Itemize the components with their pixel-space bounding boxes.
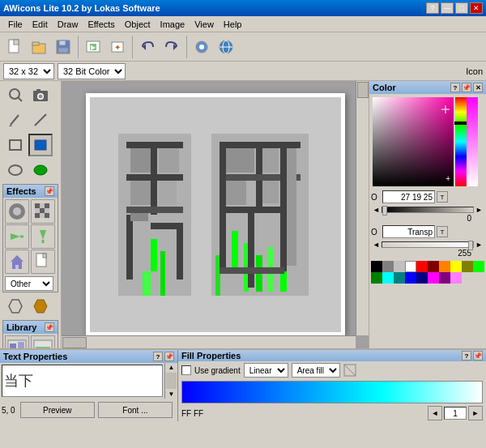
slider-arrow-left[interactable]: ◄	[373, 206, 380, 214]
fill-gradient-preview[interactable]	[181, 381, 483, 403]
transp-name-input[interactable]	[382, 225, 435, 238]
nav-input[interactable]	[444, 407, 467, 420]
other-select[interactable]: Other	[5, 276, 53, 291]
swatch-blue[interactable]	[405, 272, 416, 284]
close-button[interactable]: ✕	[470, 2, 483, 14]
text-props-pin[interactable]: 📌	[164, 352, 174, 361]
fill-tool[interactable]	[3, 295, 28, 318]
swatch-magenta[interactable]	[428, 272, 439, 284]
menu-object[interactable]: Object	[120, 18, 156, 31]
export-button[interactable]: ✦	[106, 36, 129, 58]
color-rgb-input[interactable]	[382, 190, 435, 203]
transp-arrow-right[interactable]: ►	[475, 241, 483, 249]
filled-rect-tool[interactable]	[28, 134, 53, 156]
undo-button[interactable]	[136, 36, 159, 58]
menu-file[interactable]: File	[3, 18, 28, 31]
effect-house[interactable]	[5, 250, 29, 274]
camera-tool[interactable]	[28, 83, 53, 106]
redo-button[interactable]	[160, 36, 183, 58]
color-close-button[interactable]: ✕	[473, 83, 483, 92]
swatch-cyan[interactable]	[382, 272, 394, 284]
import-button[interactable]: ▶	[82, 36, 104, 58]
color-spectrum[interactable]: +	[373, 97, 454, 186]
settings-button[interactable]	[190, 36, 213, 58]
open-button[interactable]	[28, 36, 50, 58]
help-button[interactable]: ?	[426, 2, 439, 14]
maximize-button[interactable]: □	[455, 2, 468, 14]
library-pin-button[interactable]: 📌	[45, 322, 54, 332]
text-props-help[interactable]: ?	[153, 352, 163, 361]
swatch-maroon[interactable]	[428, 261, 439, 272]
nav-next-button[interactable]: ►	[468, 406, 483, 420]
ellipse-tool[interactable]	[3, 159, 28, 181]
new-button[interactable]	[3, 36, 26, 58]
swatch-green[interactable]	[371, 272, 382, 284]
swatch-orange[interactable]	[439, 261, 450, 272]
swatch-lime[interactable]	[473, 261, 484, 272]
swatch-purple[interactable]	[439, 272, 450, 284]
effect-arrow-right[interactable]	[5, 224, 29, 249]
alpha-bar[interactable]	[467, 97, 478, 186]
gradient-type-select[interactable]: Linear Radial	[244, 363, 288, 378]
swatch-pink[interactable]	[450, 272, 462, 284]
bit-depth-select[interactable]: 32 Bit Color 24 Bit Color 8 Bit Color	[58, 63, 126, 79]
menu-draw[interactable]: Draw	[53, 18, 83, 31]
library-title: Library	[6, 322, 36, 332]
svg-rect-6	[58, 48, 68, 53]
color-pin-button[interactable]: 📌	[462, 83, 471, 92]
minimize-button[interactable]: —	[441, 2, 454, 14]
effect-arrow-down[interactable]	[31, 224, 55, 249]
globe-button[interactable]	[215, 36, 237, 58]
slider-arrow-right[interactable]: ►	[475, 206, 483, 214]
rect-tool[interactable]	[3, 134, 28, 156]
transp-arrow-left[interactable]: ◄	[373, 241, 380, 249]
effect-grayscale[interactable]	[5, 199, 29, 224]
nav-prev-button[interactable]: ◄	[428, 406, 442, 420]
color-t-button[interactable]: T	[437, 191, 448, 203]
text-content-area[interactable]: 当下	[2, 365, 163, 397]
transp-t-button[interactable]: T	[437, 226, 448, 237]
color-slider[interactable]	[382, 207, 474, 213]
canvas-hscroll[interactable]	[62, 335, 356, 348]
fill-props-pin[interactable]: 📌	[473, 351, 483, 361]
menu-view[interactable]: View	[190, 18, 219, 31]
swatch-white[interactable]	[405, 261, 416, 272]
svg-rect-51	[43, 254, 46, 258]
effects-pin-button[interactable]: 📌	[45, 186, 54, 196]
save-button[interactable]	[52, 36, 75, 58]
menu-effects[interactable]: Effects	[83, 18, 119, 31]
swatch-navy[interactable]	[416, 272, 428, 284]
menu-help[interactable]: Help	[219, 18, 247, 31]
canvas-vscroll[interactable]	[356, 81, 369, 335]
fill-props-help[interactable]: ?	[462, 351, 471, 361]
text-vscroll[interactable]: ▲ ▼	[164, 363, 177, 399]
use-gradient-checkbox[interactable]	[181, 365, 191, 375]
swatch-silver[interactable]	[394, 261, 405, 272]
zoom-tool[interactable]	[3, 83, 28, 106]
effect-checker[interactable]	[31, 199, 55, 224]
canvas-inner[interactable]	[86, 93, 345, 336]
size-select[interactable]: 32 x 32 16 x 16 48 x 48 64 x 64	[3, 63, 54, 79]
font-button[interactable]: Font ...	[98, 402, 173, 418]
transp-slider[interactable]	[382, 241, 474, 248]
line-tool[interactable]	[28, 109, 53, 131]
library-item-2[interactable]	[31, 335, 55, 348]
swatch-teal[interactable]	[394, 272, 405, 284]
swatch-yellow[interactable]	[450, 261, 462, 272]
filled-ellipse-tool[interactable]	[28, 159, 53, 181]
color-help-button[interactable]: ?	[450, 83, 460, 92]
effect-page[interactable]	[31, 250, 55, 274]
library-item-1[interactable]	[5, 335, 29, 348]
hue-bar[interactable]	[455, 97, 467, 186]
swatch-olive[interactable]	[462, 261, 473, 272]
area-fill-select[interactable]: Area fill Full fill	[292, 363, 340, 378]
gradient-tool[interactable]	[28, 295, 53, 318]
swatch-black[interactable]	[371, 261, 382, 272]
pencil-tool[interactable]	[3, 109, 28, 131]
swatch-red[interactable]	[416, 261, 428, 272]
preview-button[interactable]: Preview	[20, 402, 95, 418]
menu-edit[interactable]: Edit	[28, 18, 53, 31]
swatch-gray[interactable]	[382, 261, 394, 272]
menu-image[interactable]: Image	[156, 18, 190, 31]
area-fill-icon[interactable]	[343, 364, 356, 377]
